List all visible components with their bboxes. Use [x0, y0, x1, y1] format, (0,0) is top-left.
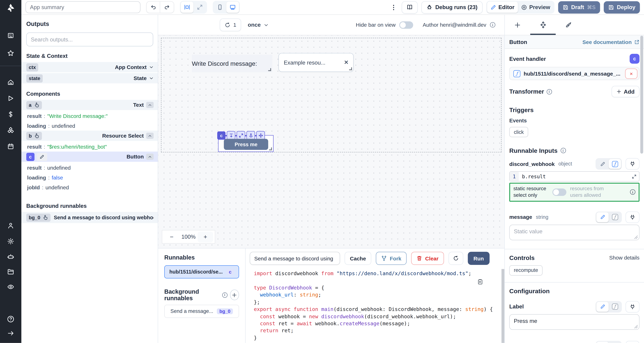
connect-plug-button[interactable] [626, 341, 640, 343]
center-layout-button[interactable] [181, 2, 193, 13]
apps-icon[interactable] [7, 32, 14, 39]
see-documentation-link[interactable]: See documentation [582, 39, 640, 45]
resize-handle[interactable] [349, 68, 352, 70]
static-pencil-mode-button[interactable] [596, 302, 609, 312]
connect-plug-button[interactable] [626, 301, 640, 312]
textarea-resize-icon[interactable] [634, 235, 638, 239]
tab-insert-component[interactable] [505, 22, 530, 28]
resize-handle[interactable] [268, 68, 271, 71]
component-row-a[interactable]: a Text [21, 100, 158, 111]
refresh-count-button[interactable]: 1 [220, 18, 241, 31]
connect-plug-button[interactable] [626, 212, 640, 223]
folders-icon[interactable] [7, 268, 14, 275]
windmill-logo-icon[interactable] [5, 2, 16, 13]
copy-code-icon[interactable] [477, 279, 483, 285]
fullwidth-layout-button[interactable] [194, 2, 206, 13]
clear-button[interactable]: Clear [411, 252, 444, 265]
collapse-button[interactable] [146, 133, 154, 139]
script-name-input[interactable] [250, 252, 340, 265]
variables-dollar-icon[interactable] [7, 111, 14, 118]
event-click-chip[interactable]: click [509, 127, 528, 137]
hide-bar-toggle[interactable] [399, 21, 413, 28]
reload-code-button[interactable] [448, 252, 463, 265]
message-static-value-input[interactable] [509, 225, 640, 240]
text-component[interactable]: Write Discord message: [192, 54, 272, 72]
anchor-icon[interactable] [246, 131, 255, 140]
schedules-calendar-icon[interactable] [7, 143, 14, 150]
selected-button-component[interactable]: c Press me [218, 135, 274, 152]
help-icon[interactable] [7, 316, 14, 323]
expand-editor-icon[interactable] [632, 174, 636, 179]
press-me-button[interactable]: Press me [224, 139, 268, 150]
code-scrollbar[interactable] [502, 269, 504, 343]
expression-editor[interactable]: 1 b.result [509, 171, 640, 182]
dock-bottom-icon[interactable] [227, 131, 236, 140]
settings-gear-icon[interactable] [7, 238, 14, 245]
debug-runs-button[interactable]: Debug runs (23) [421, 1, 482, 14]
more-options-kebab-icon[interactable]: ⋮ [389, 4, 398, 11]
deploy-button[interactable]: Deploy [604, 1, 640, 14]
chevron-down-icon[interactable] [149, 76, 154, 80]
eval-function-mode-button[interactable]: ƒ [609, 342, 621, 343]
runnable-item-selected[interactable]: hub/1511/discord/se... c [164, 265, 239, 278]
cache-button[interactable]: Cache [345, 252, 371, 265]
component-row-b[interactable]: b Resource Select [21, 130, 158, 142]
docs-book-button[interactable] [402, 1, 418, 14]
show-details-link[interactable]: Show details [609, 254, 640, 261]
static-pencil-mode-button[interactable] [596, 212, 609, 222]
connect-plug-button[interactable] [626, 158, 640, 170]
settings-scrollbar[interactable] [640, 36, 643, 154]
workers-robot-icon[interactable] [7, 253, 14, 260]
eval-function-mode-button[interactable]: ƒ [609, 159, 621, 169]
clear-selection-x-icon[interactable]: × [344, 58, 348, 66]
tab-editor[interactable]: Editor [487, 2, 518, 13]
resource-mode-toggle[interactable] [552, 188, 566, 196]
remove-handler-button[interactable]: × [625, 68, 638, 79]
search-outputs-input[interactable] [26, 32, 153, 46]
resources-cubes-icon[interactable] [7, 127, 14, 134]
static-pencil-mode-button[interactable] [596, 159, 609, 169]
info-icon[interactable]: i [560, 148, 566, 153]
eval-function-mode-button[interactable]: ƒ [609, 302, 621, 312]
undo-button[interactable] [147, 2, 160, 13]
run-button[interactable]: Run [468, 252, 490, 265]
info-icon[interactable]: i [490, 22, 495, 28]
runs-play-icon[interactable] [7, 95, 14, 102]
output-row-ctx[interactable]: ctx App Context [21, 62, 158, 73]
move-component-icon[interactable] [256, 131, 265, 140]
expand-component-icon[interactable] [236, 131, 245, 140]
draft-button[interactable]: Draft⌘S [558, 1, 600, 14]
info-icon[interactable]: i [222, 292, 228, 298]
code-block[interactable]: import discordwebhook from "https://deno… [254, 270, 500, 343]
app-summary-input[interactable] [26, 1, 140, 13]
label-value-input[interactable]: Press me [509, 314, 640, 330]
redo-button[interactable] [160, 2, 174, 13]
resize-handle[interactable] [269, 148, 272, 150]
background-runnable-row[interactable]: bg_0 Send a message to discord using web… [21, 212, 158, 224]
output-row-state[interactable]: state State [21, 73, 158, 84]
resource-select-component[interactable]: Example resou... × [278, 53, 354, 72]
info-icon[interactable]: i [630, 190, 635, 195]
add-background-runnable-button[interactable] [230, 290, 239, 300]
info-icon[interactable]: i [546, 89, 552, 94]
app-canvas[interactable]: Write Discord message: Example resou... … [158, 35, 504, 248]
textarea-resize-icon[interactable] [634, 325, 638, 328]
event-handler-runnable[interactable]: ƒ hub/1511/discord/send_a_message_... × [509, 67, 640, 80]
eval-function-mode-button[interactable]: ƒ [609, 212, 621, 222]
recompute-chip[interactable]: recompute [509, 265, 542, 276]
add-transformer-button[interactable]: Add [612, 86, 640, 97]
zoom-in-button[interactable]: + [198, 232, 213, 242]
tab-preview[interactable]: Preview [518, 2, 554, 13]
tab-styling[interactable] [556, 22, 581, 28]
background-runnable-item[interactable]: Send a message... bg_0 [164, 305, 239, 318]
favorites-star-icon[interactable] [7, 50, 14, 57]
collapse-button[interactable] [146, 102, 154, 108]
desktop-view-button[interactable] [226, 2, 239, 13]
user-icon[interactable] [7, 222, 14, 229]
home-icon[interactable] [7, 79, 14, 86]
zoom-out-button[interactable]: − [164, 233, 180, 240]
tab-component-settings[interactable] [530, 21, 556, 28]
collapse-button[interactable] [146, 154, 154, 160]
chevron-down-icon[interactable] [149, 65, 154, 69]
edit-pencil-icon[interactable] [36, 153, 47, 161]
